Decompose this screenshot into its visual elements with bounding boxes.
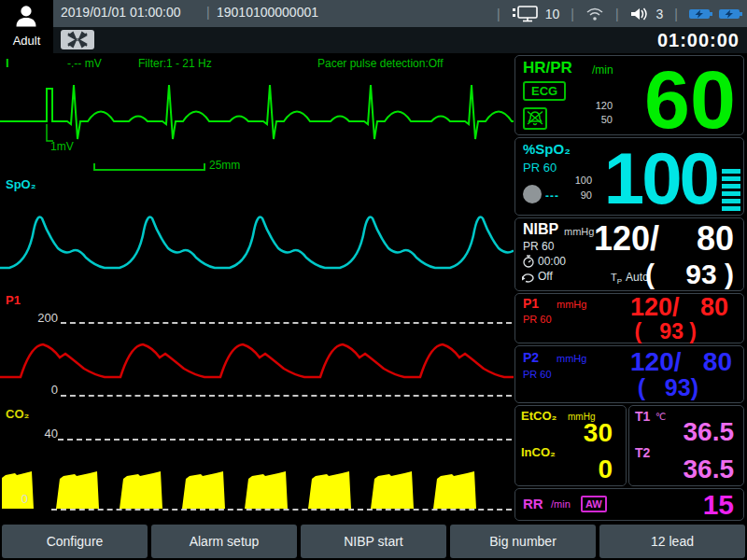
patient-monitor-screen: 2019/01/01 01:00:00 | 19010100000001 | 1… — [0, 0, 747, 560]
ecg-lead-label: I — [6, 56, 9, 70]
datetime: 2019/01/01 01:00:00 — [61, 5, 180, 20]
standby-expand-button[interactable] — [61, 30, 94, 49]
perfusion-dot-icon — [523, 185, 542, 203]
p1-waveform[interactable] — [0, 329, 514, 394]
alarm-off-box — [523, 107, 547, 130]
ecg-filter-label: Filter:1 - 21 Hz — [138, 57, 212, 70]
speaker-icon — [630, 7, 651, 21]
rr-value: 15 — [703, 491, 734, 519]
nibp-value: 120/ 80 — [594, 222, 734, 256]
nibp-panel[interactable]: NIBP mmHg PR 60 00:00 Off 120/ 80 TP Aut… — [514, 217, 744, 291]
co2-upper-scale-line — [58, 439, 512, 441]
quick-key-bar: Configure Alarm setup NIBP start Big num… — [0, 523, 747, 560]
wifi-icon — [585, 7, 604, 21]
nibp-title: NIBP — [523, 221, 558, 238]
t1-value: 36.5 — [684, 419, 735, 445]
current-time: 01:00:00 — [657, 30, 740, 51]
divider: | — [669, 7, 684, 21]
hr-source-badge: ECG — [523, 81, 566, 101]
t2-label: T2 — [635, 445, 650, 460]
p1-unit: mmHg — [557, 299, 586, 310]
co2-wave-label: CO₂ — [6, 407, 29, 421]
temp-panel[interactable]: T1 ℃ 36.5 T2 36.5 — [628, 405, 744, 486]
nibp-unit: mmHg — [564, 226, 594, 237]
divider: | — [565, 7, 580, 21]
co2-waveform[interactable] — [0, 448, 514, 510]
cycle-icon — [521, 271, 535, 283]
p1-upper-scale-line — [61, 322, 512, 324]
twelve-lead-button[interactable]: 12 lead — [599, 525, 745, 558]
divider: | — [201, 5, 216, 20]
spo2-panel[interactable]: %SpO₂ PR 60 --- 100 90 100 — [514, 137, 744, 216]
display-icon — [512, 6, 540, 22]
nibp-mode-icon: TP — [611, 272, 622, 286]
p1-lower-scale-line — [61, 395, 512, 397]
sweep-scale-label: 25mm — [209, 159, 240, 172]
top-status-bar: 2019/01/01 01:00:00 | 19010100000001 | 1… — [53, 0, 747, 27]
hr-alarm-low: 50 — [575, 113, 613, 127]
spo2-alarm-high: 100 — [562, 174, 592, 188]
hr-alarm-high: 120 — [575, 99, 613, 113]
battery-2-icon — [719, 7, 743, 21]
timer-icon — [522, 255, 535, 268]
spo2-pi-value: --- — [545, 189, 559, 203]
temp-unit: ℃ — [655, 412, 666, 422]
display-number: 10 — [545, 7, 560, 21]
nibp-map: ( 93 ) — [645, 260, 734, 288]
p1-value: 120/ 80 — [630, 295, 728, 320]
p2-map: ( 93) — [638, 376, 698, 399]
etco2-panel[interactable]: EtCO₂ mmHg 30 InCO₂ 0 — [514, 405, 627, 486]
hr-value: 60 — [644, 59, 736, 141]
rr-panel[interactable]: RR /min AW 15 — [514, 488, 744, 521]
patient-info-button[interactable]: Adult — [0, 0, 53, 53]
p1-panel[interactable]: P1 mmHg PR 60 120/ 80 ( 93 ) — [514, 293, 744, 343]
p1-scale-low: 0 — [28, 383, 58, 397]
ecg-pacer-label: Pacer pulse detection:Off — [317, 57, 444, 70]
p2-value: 120/ 80 — [630, 349, 732, 375]
signal-strength-bars — [722, 169, 740, 211]
spo2-value: 100 — [604, 142, 717, 215]
alarm-setup-button[interactable]: Alarm setup — [151, 525, 297, 558]
divider: | — [610, 7, 625, 21]
rr-source-badge: AW — [581, 496, 607, 512]
p2-unit: mmHg — [557, 353, 586, 364]
co2-scale-low: 0 — [9, 492, 28, 506]
spo2-wave-label: SpO₂ — [6, 177, 36, 191]
p1-scale-high: 200 — [28, 311, 58, 325]
nibp-pr: PR 60 — [523, 240, 554, 253]
hr-unit: /min — [592, 63, 613, 77]
status-icons: | 10 | | 3 | — [491, 0, 743, 27]
battery-1-icon — [689, 7, 713, 21]
big-number-button[interactable]: Big number — [450, 525, 596, 558]
p2-pr: PR 60 — [523, 369, 552, 380]
inco2-value: 0 — [598, 456, 613, 483]
patient-type-label: Adult — [0, 34, 53, 48]
sweep-scale-bar — [93, 163, 205, 171]
sub-status-bar: 01:00:00 — [53, 27, 747, 53]
rr-unit: /min — [551, 498, 571, 510]
p2-title: P2 — [523, 350, 539, 365]
alarm-volume: 3 — [656, 7, 664, 21]
spo2-title: %SpO₂ — [523, 141, 571, 157]
nibp-start-button[interactable]: NIBP start — [301, 525, 446, 558]
ecg-waveform[interactable] — [0, 79, 514, 168]
alarm-off-bell-icon — [525, 109, 545, 128]
inco2-label: InCO₂ — [521, 445, 556, 459]
p1-pr: PR 60 — [523, 314, 552, 325]
patient-id: 19010100000001 — [217, 5, 318, 20]
spo2-pr: PR 60 — [523, 161, 557, 175]
co2-scale-high: 40 — [28, 427, 58, 441]
etco2-value: 30 — [584, 420, 613, 446]
p2-panel[interactable]: P2 mmHg PR 60 120/ 80 ( 93) — [514, 345, 744, 403]
arrows-inward-icon — [61, 30, 94, 49]
t2-value: 36.5 — [684, 456, 735, 483]
hr-panel[interactable]: HR/PR /min ECG 120 50 60 — [514, 55, 744, 135]
divider: | — [491, 7, 506, 21]
ecg-gain-label: -.-- mV — [67, 57, 102, 70]
spo2-alarm-low: 90 — [562, 189, 592, 203]
rr-title: RR — [523, 496, 543, 511]
configure-button[interactable]: Configure — [2, 525, 148, 558]
hr-title: HR/PR — [523, 59, 572, 77]
spo2-waveform[interactable] — [0, 201, 514, 280]
patient-icon — [13, 3, 39, 31]
